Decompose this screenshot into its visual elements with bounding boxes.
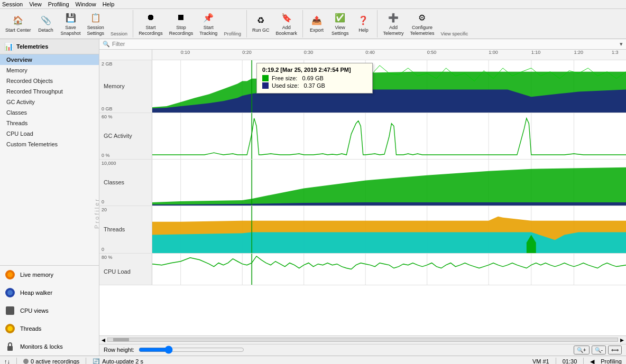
threads-svg [152, 206, 626, 253]
sidebar-item-overview[interactable]: Overview [0, 54, 99, 65]
menu-help[interactable]: Help [103, 1, 115, 7]
vm-label: VM #1 [532, 358, 549, 364]
menu-profiling[interactable]: Profiling [48, 1, 69, 7]
time-tick-110: 1:10 [531, 50, 541, 55]
scrollbar-thumb[interactable] [113, 338, 129, 341]
live-memory-label: Live memory [20, 272, 53, 278]
monitors-locks-icon [4, 341, 16, 352]
gc-svg [152, 113, 626, 159]
sidebar-item-custom-telemetries[interactable]: Custom Telemetries [0, 139, 99, 150]
configure-telemetries-button[interactable]: ⚙ ConfigureTelemetries [407, 10, 437, 38]
sidebar-tool-monitors-locks[interactable]: Monitors & locks [0, 338, 99, 356]
row-height-slider[interactable] [139, 346, 244, 354]
session-settings-icon: 📋 [89, 11, 102, 24]
sidebar-item-recorded-throughput[interactable]: Recorded Throughput [0, 86, 99, 97]
fit-button[interactable]: ⟺ [608, 346, 622, 354]
zoom-out-button[interactable]: 🔍- [592, 346, 606, 354]
auto-update-label: Auto-update 2 s [102, 358, 143, 364]
sidebar-item-recorded-objects[interactable]: Recorded Objects [0, 76, 99, 86]
menu-view[interactable]: View [29, 1, 42, 7]
time-label: 01:30 [563, 358, 577, 364]
export-button[interactable]: 📤 Export [305, 13, 328, 34]
cpu-row-label: CPU Load [102, 268, 150, 275]
svg-rect-4 [6, 306, 14, 315]
time-ruler-spacer [99, 50, 152, 60]
cpu-y-top: 80 % [102, 255, 150, 260]
profiling-label: ◀ [590, 358, 594, 364]
session-settings-button[interactable]: 📋 SessionSettings [84, 10, 108, 38]
svg-marker-36 [152, 167, 626, 205]
save-snapshot-button[interactable]: 💾 SaveSnapshot [58, 10, 84, 38]
detach-button[interactable]: 📎 Detach [34, 13, 58, 34]
classes-row-label: Classes [102, 179, 150, 185]
toolbar-group-session: 🏠 Start Center 📎 Detach 💾 SaveSnapshot 📋… [0, 10, 133, 38]
status-sep-1 [16, 358, 17, 364]
start-center-button[interactable]: 🏠 Start Center [2, 13, 34, 34]
heap-walker-label: Heap walker [20, 290, 52, 296]
recordings-label: 0 active recordings [31, 358, 79, 364]
filter-dropdown-button[interactable]: ▾ [620, 41, 623, 48]
run-gc-button[interactable]: ♻ Run GC [249, 13, 273, 34]
tooltip-row-used: Used size: 0.37 GB [262, 82, 367, 89]
filter-input[interactable] [112, 41, 620, 47]
sidebar-tool-cpu-views[interactable]: CPU views [0, 302, 99, 320]
view-settings-button[interactable]: ✅ ViewSettings [328, 10, 352, 38]
sidebar-item-gc-activity[interactable]: GC Activity [0, 97, 99, 107]
scrollbar-track[interactable] [107, 338, 618, 342]
tooltip-free-label: Free size: [272, 75, 299, 81]
cpu-views-icon [4, 305, 16, 316]
sidebar-tool-heap-walker[interactable]: Heap walker [0, 284, 99, 302]
status-bar: ↑↓ 0 active recordings 🔄 Auto-update 2 s… [0, 356, 626, 364]
classes-y-bottom: 0 [102, 199, 150, 204]
gc-axis: 60 % GC Activity 0 % [99, 113, 152, 159]
start-recordings-button[interactable]: ⏺ StartRecordings [135, 10, 166, 38]
stop-recordings-button[interactable]: ⏹ StopRecordings [166, 10, 197, 38]
session-group-label: Session [107, 31, 131, 38]
chart-area: 0:10 0:20 0:30 0:40 0:50 1:00 1:10 1:20 … [99, 50, 626, 356]
zoom-in-button[interactable]: 🔍+ [574, 346, 590, 354]
toolbar-group-view-specific: ➕ AddTelemetry ⚙ ConfigureTelemetries Vi… [378, 10, 473, 38]
threads-axis: 20 Threads 0 [99, 206, 152, 253]
classes-svg [152, 160, 626, 206]
profiling-status: Profiling [601, 358, 622, 364]
start-tracking-button[interactable]: 📌 StartTracking [196, 10, 220, 38]
memory-y-top: 2 GB [102, 61, 150, 67]
sidebar-item-memory[interactable]: Memory [0, 65, 99, 76]
status-auto-update: 🔄 Auto-update 2 s [93, 358, 143, 364]
tooltip-free-value: 0.69 GB [302, 75, 323, 81]
start-tracking-icon: 📌 [202, 11, 215, 24]
chart-scroll[interactable]: 0:10 0:20 0:30 0:40 0:50 1:00 1:10 1:20 … [99, 50, 626, 335]
time-tick-130: 1:3 [612, 50, 619, 55]
menu-window[interactable]: Window [76, 1, 96, 7]
status-right: VM #1 01:30 ◀ Profiling [532, 358, 622, 364]
start-center-label: Start Center [5, 27, 31, 33]
menu-session[interactable]: Session [2, 1, 23, 7]
chart-row-cpu: 80 % CPU Load [99, 254, 626, 285]
add-bookmark-button[interactable]: 🔖 AddBookmark [272, 10, 300, 38]
chart-row-threads: 20 Threads 0 [99, 206, 626, 254]
stop-recordings-icon: ⏹ [174, 11, 187, 24]
sidebar-nav: Overview Memory Recorded Objects Recorde… [0, 54, 99, 265]
status-arrows[interactable]: ↑↓ [4, 358, 10, 364]
memory-row-label: Memory [102, 83, 150, 89]
help-icon: ❓ [357, 14, 370, 26]
configure-telemetries-label: ConfigureTelemetries [410, 25, 434, 36]
help-button[interactable]: ❓ Help [352, 13, 375, 34]
sidebar-tool-live-memory[interactable]: Live memory [0, 266, 99, 284]
sidebar-item-threads[interactable]: Threads [0, 118, 99, 128]
tooltip-title: 0:19.2 [Mar 25, 2019 2:47:54 PM] [262, 67, 367, 73]
tooltip-free-color [262, 75, 269, 81]
memory-tooltip: 0:19.2 [Mar 25, 2019 2:47:54 PM] Free si… [256, 63, 373, 94]
toolbar: 🏠 Start Center 📎 Detach 💾 SaveSnapshot 📋… [0, 9, 626, 39]
sidebar-item-classes[interactable]: Classes [0, 107, 99, 118]
memory-axis: 2 GB Memory 0 GB [99, 60, 152, 113]
threads-chart-canvas [152, 206, 626, 253]
scroll-right-button[interactable]: ▸ [620, 335, 624, 344]
sidebar-item-cpu-load[interactable]: CPU Load [0, 128, 99, 139]
svg-point-3 [7, 290, 13, 295]
sidebar-tool-threads[interactable]: Threads [0, 320, 99, 338]
scroll-left-button[interactable]: ◂ [102, 335, 105, 344]
add-telemetry-button[interactable]: ➕ AddTelemetry [380, 10, 407, 38]
tooltip-row-free: Free size: 0.69 GB [262, 75, 367, 81]
chart-scrollbar[interactable]: ◂ ▸ [99, 335, 626, 344]
